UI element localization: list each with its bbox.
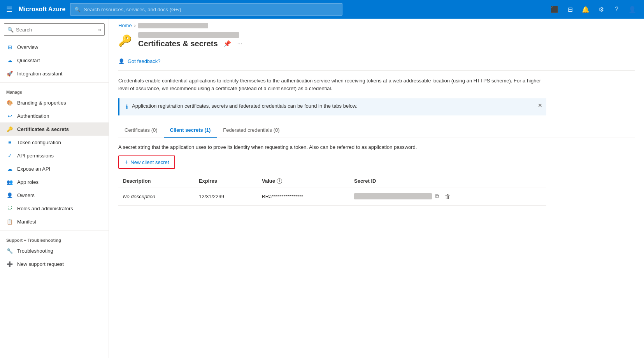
sidebar-item-quickstart[interactable]: ☁ Quickstart	[0, 54, 109, 67]
feedback-label[interactable]: Got feedback?	[128, 58, 161, 64]
sidebar-group-main: ⊞ Overview ☁ Quickstart 🚀 Integration as…	[0, 40, 109, 80]
row-description: No description	[118, 187, 194, 206]
sidebar-label-token: Token configuration	[17, 140, 61, 145]
sidebar-label-certs: Certificates & secrets	[17, 126, 69, 132]
sidebar: 🔍 « ⊞ Overview ☁ Quickstart 🚀 Integratio…	[0, 19, 109, 358]
account-icon[interactable]: 👤	[625, 2, 639, 16]
sidebar-search-container[interactable]: 🔍 «	[4, 23, 105, 36]
cloud-shell-icon[interactable]: ⬛	[547, 2, 562, 16]
breadcrumb-app-name	[138, 23, 208, 28]
sidebar-label-expose: Expose an API	[17, 166, 50, 172]
row-value: BRa****************	[257, 187, 349, 206]
page-header-actions: 📌 ···	[222, 38, 244, 49]
sidebar-item-branding[interactable]: 🎨 Branding & properties	[0, 96, 109, 109]
secret-id-value	[354, 193, 432, 199]
tab-client-secrets[interactable]: Client secrets (1)	[164, 123, 217, 138]
manifest-icon: 📋	[6, 218, 13, 225]
sidebar-group-manage: 🎨 Branding & properties ↩ Authentication…	[0, 96, 109, 228]
sidebar-item-manifest[interactable]: 📋 Manifest	[0, 215, 109, 228]
app-logo: Microsoft Azure	[19, 6, 65, 13]
tab-federated[interactable]: Federated credentials (0)	[217, 123, 286, 138]
copy-secret-id-button[interactable]: ⧉	[433, 191, 442, 201]
search-icon: 🔍	[74, 7, 81, 12]
page-header: 🔑 Certificates & secrets 📌 ···	[109, 32, 644, 55]
info-icon: ℹ	[126, 103, 128, 111]
app-body: 🔍 « ⊞ Overview ☁ Quickstart 🚀 Integratio…	[0, 19, 644, 358]
nav-icons: ⬛ ⊟ 🔔 ⚙ ? 👤	[547, 2, 639, 16]
info-banner: ℹ Application registration certificates,…	[118, 98, 546, 115]
owners-icon: 👤	[6, 192, 13, 199]
page-title: Certificates & secrets	[138, 39, 218, 48]
sidebar-item-authentication[interactable]: ↩ Authentication	[0, 109, 109, 122]
value-info-icon[interactable]: i	[277, 178, 282, 184]
support-icon: ➕	[6, 260, 13, 267]
sidebar-item-overview[interactable]: ⊞ Overview	[0, 40, 109, 54]
top-nav: ☰ Microsoft Azure 🔍 Search resources, se…	[0, 0, 644, 19]
search-input[interactable]	[16, 27, 96, 33]
sidebar-item-integration[interactable]: 🚀 Integration assistant	[0, 67, 109, 80]
help-icon[interactable]: ?	[610, 2, 624, 16]
page-header-titles: Certificates & secrets 📌 ···	[138, 32, 244, 49]
tab-certificates[interactable]: Certificates (0)	[118, 123, 164, 138]
feedback-bar[interactable]: 👤 Got feedback?	[118, 55, 635, 71]
plus-icon: +	[125, 159, 128, 166]
sidebar-label-roles: Roles and administrators	[17, 206, 73, 211]
more-options-icon[interactable]: ···	[236, 39, 244, 49]
sidebar-item-token[interactable]: ≡ Token configuration	[0, 136, 109, 149]
sidebar-item-certificates[interactable]: 🔑 Certificates & secrets	[0, 122, 109, 136]
table-row: No description 12/31/2299 BRa***********…	[118, 187, 546, 206]
page-header-app-name-redacted	[138, 32, 239, 38]
notifications-icon[interactable]: 🔔	[579, 2, 593, 16]
cloud-icon: ☁	[6, 57, 13, 64]
sidebar-label-integration: Integration assistant	[17, 71, 62, 77]
sidebar-label-api: API permissions	[17, 153, 54, 159]
sidebar-search-icon: 🔍	[7, 27, 14, 33]
expose-icon: ☁	[6, 165, 13, 172]
delete-secret-button[interactable]: 🗑	[442, 192, 453, 201]
secret-id-cell: ⧉ 🗑	[354, 191, 542, 201]
sidebar-label-auth: Authentication	[17, 113, 49, 119]
sidebar-item-troubleshooting[interactable]: 🔧 Troubleshooting	[0, 244, 109, 257]
settings-icon[interactable]: ⚙	[594, 2, 608, 16]
rocket-icon: 🚀	[6, 70, 13, 77]
sidebar-label-branding: Branding & properties	[17, 100, 66, 106]
directory-icon[interactable]: ⊟	[563, 2, 577, 16]
page-header-icon: 🔑	[118, 34, 132, 47]
new-client-secret-button[interactable]: + New client secret	[118, 155, 175, 169]
global-search[interactable]: 🔍 Search resources, services, and docs (…	[70, 3, 342, 16]
approles-icon: 👥	[6, 178, 13, 185]
hamburger-menu[interactable]: ☰	[5, 3, 14, 15]
row-expires: 12/31/2299	[194, 187, 257, 206]
token-icon: ≡	[6, 139, 13, 146]
sidebar-item-support[interactable]: ➕ New support request	[0, 257, 109, 271]
roles-icon: 🛡	[6, 205, 13, 212]
sidebar-label-approles: App roles	[17, 179, 39, 185]
sidebar-section-support: Support + Troubleshooting	[0, 233, 109, 244]
sidebar-label-troubleshoot: Troubleshooting	[17, 248, 53, 254]
breadcrumb: Home ›	[109, 19, 644, 32]
info-banner-close-button[interactable]: ✕	[538, 102, 542, 108]
tabs-container: Certificates (0) Client secrets (1) Fede…	[118, 123, 635, 138]
tab-description: A secret string that the application use…	[118, 144, 635, 150]
col-expires: Expires	[194, 175, 257, 187]
sidebar-item-approles[interactable]: 👥 App roles	[0, 175, 109, 189]
sidebar-item-expose[interactable]: ☁ Expose an API	[0, 162, 109, 175]
sidebar-label-quickstart: Quickstart	[17, 58, 40, 63]
breadcrumb-home[interactable]: Home	[118, 23, 132, 28]
collapse-sidebar-icon[interactable]: «	[98, 26, 101, 33]
col-value: Value i	[257, 175, 349, 187]
content-area: 👤 Got feedback? Credentials enable confi…	[109, 55, 644, 215]
sidebar-item-roles[interactable]: 🛡 Roles and administrators	[0, 202, 109, 215]
sidebar-item-api[interactable]: ✓ API permissions	[0, 149, 109, 162]
col-description: Description	[118, 175, 194, 187]
sidebar-divider-2	[0, 231, 109, 231]
page-header-main: Certificates & secrets 📌 ···	[138, 38, 244, 49]
sidebar-item-owners[interactable]: 👤 Owners	[0, 189, 109, 202]
sidebar-section-manage: Manage	[0, 85, 109, 96]
grid-icon: ⊞	[6, 44, 13, 51]
page-description: Credentials enable confidential applicat…	[118, 77, 546, 92]
breadcrumb-sep-1: ›	[134, 23, 136, 28]
sidebar-label-support: New support request	[17, 261, 64, 267]
pin-icon[interactable]: 📌	[222, 38, 233, 49]
auth-icon: ↩	[6, 112, 13, 119]
